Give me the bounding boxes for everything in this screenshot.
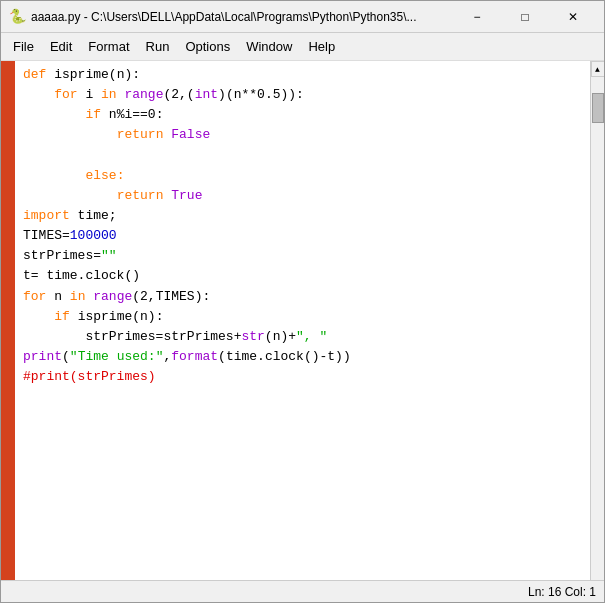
- code-line: strPrimes=strPrimes+str(n)+", ": [23, 327, 582, 347]
- menu-format[interactable]: Format: [80, 36, 137, 57]
- code-line: def isprime(n):: [23, 65, 582, 85]
- maximize-button[interactable]: □: [502, 3, 548, 31]
- minimize-button[interactable]: −: [454, 3, 500, 31]
- editor-container: def isprime(n): for i in range(2,(int)(n…: [1, 61, 604, 580]
- window-title: aaaaa.py - C:\Users\DELL\AppData\Local\P…: [31, 10, 454, 24]
- code-line: return False: [23, 125, 582, 145]
- status-bar: Ln: 16 Col: 1: [1, 580, 604, 602]
- code-line: print("Time used:",format(time.clock()-t…: [23, 347, 582, 367]
- menu-run[interactable]: Run: [138, 36, 178, 57]
- window-controls: − □ ✕: [454, 3, 596, 31]
- code-line: #print(strPrimes): [23, 367, 582, 387]
- cursor-position: Ln: 16 Col: 1: [528, 585, 596, 599]
- code-line: t= time.clock(): [23, 266, 582, 286]
- menu-edit[interactable]: Edit: [42, 36, 80, 57]
- code-line: for n in range(2,TIMES):: [23, 287, 582, 307]
- code-line: strPrimes="": [23, 246, 582, 266]
- code-line: if isprime(n):: [23, 307, 582, 327]
- code-line: TIMES=100000: [23, 226, 582, 246]
- left-strip: [1, 61, 15, 580]
- code-line: for i in range(2,(int)(n**0.5)):: [23, 85, 582, 105]
- code-editor[interactable]: def isprime(n): for i in range(2,(int)(n…: [15, 61, 590, 580]
- code-line: return True: [23, 186, 582, 206]
- code-line: import time;: [23, 206, 582, 226]
- scroll-up-arrow[interactable]: ▲: [591, 61, 605, 77]
- menu-window[interactable]: Window: [238, 36, 300, 57]
- code-line: [23, 146, 582, 166]
- code-line: else:: [23, 166, 582, 186]
- menu-bar: File Edit Format Run Options Window Help: [1, 33, 604, 61]
- code-line: if n%i==0:: [23, 105, 582, 125]
- close-button[interactable]: ✕: [550, 3, 596, 31]
- main-window: 🐍 aaaaa.py - C:\Users\DELL\AppData\Local…: [0, 0, 605, 603]
- menu-help[interactable]: Help: [300, 36, 343, 57]
- scroll-thumb[interactable]: [592, 93, 604, 123]
- title-bar: 🐍 aaaaa.py - C:\Users\DELL\AppData\Local…: [1, 1, 604, 33]
- menu-options[interactable]: Options: [177, 36, 238, 57]
- menu-file[interactable]: File: [5, 36, 42, 57]
- vertical-scrollbar[interactable]: ▲: [590, 61, 604, 580]
- app-icon: 🐍: [9, 9, 25, 25]
